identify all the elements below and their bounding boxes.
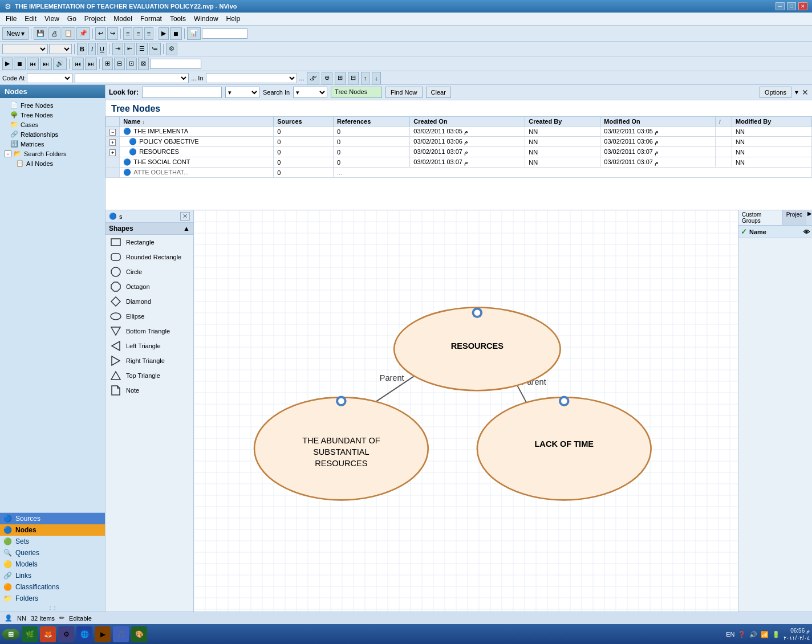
sidebar-item-search-folders[interactable]: − 📂 Search Folders — [2, 149, 103, 158]
minimize-button[interactable]: ─ — [776, 2, 785, 10]
tab-arrow-right[interactable]: ▶ — [807, 210, 812, 225]
nav-next[interactable]: ⏭ — [85, 58, 97, 70]
taskbar-icon-6[interactable]: 🎵 — [113, 626, 129, 642]
number-list[interactable]: ≔ — [149, 43, 161, 55]
search-input[interactable] — [142, 87, 222, 98]
expand-search-folders[interactable]: − — [5, 150, 11, 157]
code-btn1[interactable]: 🖇 — [307, 72, 319, 84]
code-btn5[interactable]: ↑ — [361, 72, 370, 84]
align-left[interactable]: ≡ — [123, 27, 132, 40]
play-media[interactable]: ▶ — [2, 58, 13, 70]
expand-cell[interactable]: + — [106, 137, 120, 147]
sidebar-item-free-nodes[interactable]: 📄 Free Nodes — [2, 100, 103, 110]
shape-note[interactable]: Note — [105, 383, 193, 398]
search-type-select[interactable]: ▾ — [293, 87, 327, 98]
start-button[interactable]: ⊞ — [2, 629, 19, 639]
menu-project[interactable]: Project — [81, 14, 109, 24]
sidebar-nodes[interactable]: 🔵 Nodes — [0, 524, 105, 536]
bullet-list[interactable]: ☰ — [136, 43, 148, 55]
code-at-select3[interactable] — [206, 73, 297, 83]
col-sources[interactable]: Sources — [274, 117, 334, 127]
col-modified-on[interactable]: Modified On — [600, 117, 716, 127]
shape-ellipse[interactable]: Ellipse — [105, 309, 193, 324]
col-created-on[interactable]: Created On — [410, 117, 525, 127]
table-row[interactable]: + 🔵POLICY OBJECTIVE 0 0 03/02/2011 03:06… — [106, 137, 812, 147]
canvas-area[interactable]: Parent Parent RESOURCES T — [194, 210, 738, 612]
col-name[interactable]: Name ↕ — [120, 117, 274, 127]
table-row-partial[interactable]: 🔵ATTE OOLETHAT... 0 ... — [106, 168, 812, 178]
options-button[interactable]: Options — [760, 87, 791, 98]
shape-circle[interactable]: Circle — [105, 264, 193, 279]
print-button[interactable]: 🖨 — [48, 27, 60, 40]
code-at-select1[interactable] — [27, 73, 72, 83]
position-input[interactable] — [150, 59, 201, 69]
sidebar-item-relationships[interactable]: 🔗 Relationships — [2, 129, 103, 139]
menu-window[interactable]: Window — [190, 14, 222, 24]
search-in-select[interactable]: ▾ — [225, 87, 259, 98]
italic-button[interactable]: I — [88, 43, 96, 55]
menu-view[interactable]: View — [41, 14, 63, 24]
close-button[interactable]: ✕ — [798, 2, 807, 10]
sidebar-sets[interactable]: 🟢 Sets — [0, 536, 105, 547]
align-center[interactable]: ≡ — [133, 27, 143, 40]
grid4[interactable]: ⊠ — [138, 58, 149, 70]
expand-cell[interactable]: − — [106, 127, 120, 137]
indent-less[interactable]: ⇤ — [124, 43, 135, 55]
table-row[interactable]: 🔵THE SOCIAL CONT 0 0 03/02/2011 03:07 م … — [106, 157, 812, 168]
shape-left-triangle[interactable]: Left Triangle — [105, 339, 193, 353]
mindmap-close-button[interactable]: ✕ — [180, 212, 190, 221]
expand-cell[interactable]: + — [106, 147, 120, 157]
shapes-collapse-icon[interactable]: ▲ — [183, 225, 190, 233]
indent-more[interactable]: ⇥ — [112, 43, 123, 55]
menu-help[interactable]: Help — [223, 14, 244, 24]
shape-octagon[interactable]: Octagon — [105, 279, 193, 294]
font-size-select[interactable] — [49, 44, 72, 54]
table-row[interactable]: + 🔵RESOURCES 0 0 03/02/2011 03:07 م NN 0… — [106, 147, 812, 157]
shape-bottom-triangle[interactable]: Bottom Triangle — [105, 324, 193, 339]
grid3[interactable]: ⊡ — [126, 58, 137, 70]
code-btn3[interactable]: ⊞ — [335, 72, 346, 84]
menu-model[interactable]: Model — [110, 14, 136, 24]
skip-forward[interactable]: ⏭ — [40, 58, 52, 70]
save-button[interactable]: 💾 — [34, 27, 47, 40]
code-at-select2[interactable] — [75, 73, 189, 83]
chart-button[interactable]: 📊 — [187, 27, 201, 40]
sidebar-sources[interactable]: 🔵 Sources — [0, 513, 105, 524]
shape-rectangle[interactable]: Rectangle — [105, 235, 193, 250]
shape-right-triangle[interactable]: Right Triangle — [105, 353, 193, 368]
menu-go[interactable]: Go — [64, 14, 80, 24]
nav-prev[interactable]: ⏮ — [72, 58, 84, 70]
sidebar-item-tree-nodes[interactable]: 🌳 Tree Nodes — [2, 110, 103, 120]
taskbar-icon-7[interactable]: 🎨 — [131, 626, 147, 642]
code-btn2[interactable]: ⊕ — [322, 72, 332, 84]
new-button[interactable]: New ▾ — [2, 27, 29, 40]
taskbar-icon-2[interactable]: 🦊 — [40, 626, 56, 642]
expand-cell[interactable] — [106, 157, 120, 168]
sort-icon[interactable]: 👁 — [803, 229, 810, 235]
sidebar-item-matrices[interactable]: 🔢 Matrices — [2, 139, 103, 149]
shape-diamond[interactable]: Diamond — [105, 294, 193, 309]
shape-rounded-rect[interactable]: Rounded Rectangle — [105, 250, 193, 264]
sidebar-item-all-nodes[interactable]: 📋 All Nodes — [2, 158, 103, 168]
col-created-by[interactable]: Created By — [525, 117, 600, 127]
menu-edit[interactable]: Edit — [21, 14, 40, 24]
sidebar-folders[interactable]: 📁 Folders — [0, 593, 105, 604]
maximize-button[interactable]: □ — [787, 2, 796, 10]
col-modified-by[interactable]: Modified By — [732, 117, 811, 127]
tab-custom-groups[interactable]: Custom Groups — [738, 210, 783, 225]
find-now-button[interactable]: Find Now — [385, 87, 422, 98]
volume[interactable]: 🔊 — [53, 58, 67, 70]
play-button[interactable]: ▶ — [159, 27, 169, 40]
undo-button[interactable]: ↩ — [95, 27, 106, 40]
stop-button[interactable]: ⏹ — [170, 27, 182, 40]
taskbar-icon-4[interactable]: 🌐 — [76, 626, 92, 642]
taskbar-icon-3[interactable]: ⚙ — [58, 626, 74, 642]
bold-button[interactable]: B — [77, 43, 87, 55]
skip-back[interactable]: ⏮ — [27, 58, 39, 70]
menu-tools[interactable]: Tools — [167, 14, 189, 24]
shape-top-triangle[interactable]: Top Triangle — [105, 368, 193, 383]
taskbar-icon-5[interactable]: ▶ — [95, 626, 111, 642]
table-row[interactable]: − 🔵THE IMPLEMENTA 0 0 03/02/2011 03:05 م… — [106, 127, 812, 137]
col-sort-arrow[interactable]: / — [716, 117, 732, 127]
code-btn4[interactable]: ⊟ — [348, 72, 359, 84]
